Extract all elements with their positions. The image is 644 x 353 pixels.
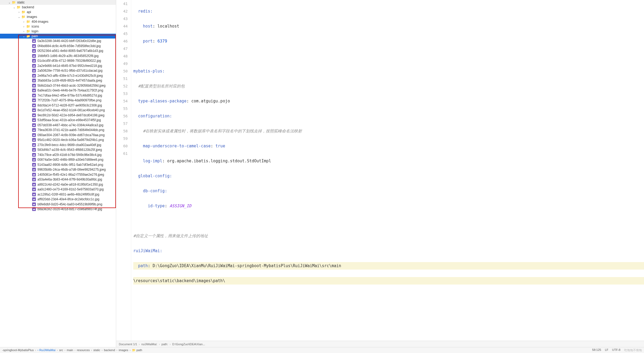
tree-file-label: 8dcfda14-5712-4d28-82f7-ae905b3c2308.jpg	[37, 103, 102, 107]
breadcrumb-item[interactable]: Document 1/1	[119, 343, 137, 346]
breadcrumb-item[interactable]: resources	[77, 348, 90, 352]
image-file-icon	[32, 88, 36, 93]
breadcrumb-item[interactable]: src	[59, 348, 63, 352]
image-file-icon	[32, 133, 36, 137]
breadcrumb-item[interactable]: images	[119, 348, 128, 352]
yaml-key: path	[133, 263, 148, 268]
tree-file[interactable]: 7f72f20b-7cd7-4075-9f4a-4da990970fbe.png	[0, 98, 116, 103]
breadcrumb-item[interactable]: ruiJiWaiMai:	[141, 343, 157, 346]
yaml-key: ruiJiWaiMai:	[133, 248, 162, 253]
folder-icon: 📁	[26, 24, 31, 29]
line-separator[interactable]: LF	[605, 348, 608, 352]
tree-file[interactable]: 8e1d7e52-4eae-45b2-b1d4-081ac49ceb40.png	[0, 108, 116, 113]
tree-folder-path[interactable]: ⌄ 📁 path	[0, 34, 116, 39]
line-number: 57	[116, 120, 128, 127]
tree-file[interactable]: 5143aa82-8908-4d9c-9f51-5ab7df3e62a4.png	[0, 162, 116, 167]
tree-file[interactable]: 1405081e-f545-42e1-86a2-f7559ae2e276.jpe…	[0, 172, 116, 177]
breadcrumb-item[interactable]: main	[67, 348, 73, 352]
image-file-icon	[32, 113, 36, 118]
tree-file[interactable]: 53df5baa-5cac-431b-a0ce-e98e45374f5f.jpg	[0, 118, 116, 123]
tree-folder-404[interactable]: › 📁 404-images	[0, 19, 116, 24]
tree-file[interactable]: 7e17dfaa-84e2-4f5e-979a-537c48d9527d.jpg	[0, 93, 116, 98]
tree-file[interactable]: 95d1c482-0020-4ecb-b36a-5a9879d2f4b1.png	[0, 137, 116, 143]
tree-file[interactable]: a8922c4d-d242-4a0e-a818-8195bf1e1350.jpg	[0, 182, 116, 187]
image-file-icon	[32, 177, 36, 182]
yaml-value: org.apache.ibatis.logging.stdout.StdOutI…	[167, 159, 271, 163]
tree-file[interactable]: b8a3e2e2-3320-401d-bd17-c0e6af98374f.jpg	[0, 207, 116, 212]
tree-folder-static[interactable]: ⌄ 📁 static	[0, 0, 116, 5]
cursor-position[interactable]: 58:125	[592, 348, 601, 352]
tree-file-label: 583df4b7-a159-4cfc-9543-4f666120b25f.jpe…	[37, 148, 102, 152]
line-number: 56	[116, 112, 128, 120]
tree-file-label: 53df5baa-5cac-431b-a0ce-e98e45374f5f.jpg	[37, 118, 101, 122]
tree-file[interactable]: 057dd338-e487-4bbc-a74c-0384c44a9ca3.jpg	[0, 123, 116, 128]
gutter: 4142434445464748495051525354555657585960…	[116, 0, 131, 341]
chevron-right-icon: ›	[159, 343, 160, 346]
tree-folder-icons[interactable]: › 📁 icons	[0, 24, 116, 29]
line-number: 42	[116, 7, 128, 15]
tree-folder-images[interactable]: ⌄ 📁 images	[0, 14, 116, 19]
tree-file[interactable]: 2a2e9d66-b41d-4645-87bd-95f2cfeed218.jpg	[0, 63, 116, 68]
folder-icon: 📁	[26, 34, 31, 39]
line-number: 50	[116, 67, 128, 75]
tree-file[interactable]: 3fabb83a-1c09-4fd9-892b-4ef7457daafa.jpe…	[0, 78, 116, 83]
tree-file[interactable]: a53a4e6a-3b83-4044-87f9-9d49b30a8fdc.jpg	[0, 177, 116, 182]
chevron-down-icon: ⌄	[17, 16, 21, 18]
image-file-icon	[32, 137, 36, 142]
tree-file[interactable]: 740c79ce-af29-41b8-b78d-5f49c96e38c4.jpg	[0, 152, 116, 158]
chevron-right-icon: ›	[57, 348, 58, 352]
breadcrumb-item[interactable]: backend	[104, 348, 115, 352]
project-tree[interactable]: ⌄ 📁 static ⌄ 📁 backend › 📁 api ⌄ 📁 image…	[0, 0, 116, 347]
yaml-key: port	[133, 39, 153, 44]
line-number: 48	[116, 52, 128, 60]
image-file-icon	[32, 182, 36, 187]
tree-file[interactable]: 8dcfda14-5712-4d28-82f7-ae905b3c2308.jpg	[0, 103, 116, 108]
breadcrumb-item[interactable]: path:	[161, 343, 168, 346]
editor-area: 4142434445464748495051525354555657585960…	[116, 0, 644, 347]
tree-file[interactable]: 79ea3639-37d1-421b-aab6-7d064fe044bb.png	[0, 128, 116, 133]
yaml-value: com.atguigu.pojo	[191, 99, 230, 103]
tree-file[interactable]: 00874a5e-0df2-446b-8f69-a30eb7d88ee8.png	[0, 157, 116, 162]
tree-file[interactable]: 01cbcd5f-df3b-4712-9698-79328bf80022.jpg	[0, 58, 116, 63]
tree-file[interactable]: 0f4bd884-dc9c-4cf9-b59e-7d5958fec3dd.jpg	[0, 44, 116, 49]
tree-file[interactable]: b6fe8dbf-0d20-454c-ba83-b45519b99f9b.png	[0, 202, 116, 207]
tree-file[interactable]: 2a50628e-7758-4c51-9fbb-d37c61cdacad.jpg	[0, 68, 116, 73]
nav-breadcrumb[interactable]: -springboot-MybatisPlus›▫ RuiJiWaiMai›sr…	[0, 347, 644, 353]
yaml-value: ASSIGN_ID	[169, 204, 191, 208]
code-content[interactable]: redis: host: localhost port: 6379 mybati…	[131, 0, 644, 341]
tree-file[interactable]: 5b8d2da3-3744-4bb3-acdc-329056b8259d.jpe…	[0, 83, 116, 88]
tree-file-label: 1405081e-f545-42e1-86a2-f7559ae2e276.jpe…	[37, 173, 104, 176]
tree-file-label: a8922c4d-d242-4a0e-a818-8195bf1e1350.jpg	[37, 183, 103, 186]
tree-folder-login[interactable]: › 📁 login	[0, 29, 116, 34]
tree-folder-backend[interactable]: ⌄ 📁 backend	[0, 5, 116, 10]
tree-file[interactable]: 99635b8b-24ca-46db-a7d8-08ee98294275.jpe…	[0, 167, 116, 172]
tree-file-label: 1fdbfbf3-1d86-4b29-a3fc-46345852f2f8.jpg	[37, 54, 99, 58]
breadcrumb-item[interactable]: ▫ RuiJiWaiMai	[37, 348, 56, 352]
breadcrumb-item[interactable]: -springboot-MybatisPlus	[2, 348, 34, 352]
tree-file[interactable]: aa0c2480-ce73-4169-81b2-5e975603a070.jpg	[0, 187, 116, 192]
tree-file[interactable]: 0a3b3288-3446-4420-bbff-f263d0c02d8e.jpg	[0, 39, 116, 44]
tree-file[interactable]: 2e96a7e3-affb-438e-b7c3-e1430df425c9.jpe…	[0, 73, 116, 78]
breadcrumb-item[interactable]: static	[93, 348, 100, 352]
tree-file[interactable]: 6a9ea02c-0eeb-444b-be76-7b4aa3175f2f.png	[0, 88, 116, 93]
code-editor[interactable]: 4142434445464748495051525354555657585960…	[116, 0, 644, 341]
tree-file-label: 2a50628e-7758-4c51-9fbb-d37c61cdacad.jpg	[37, 69, 103, 72]
tree-file-label: 5b8d2da3-3744-4bb3-acdc-329056b8259d.jpe…	[37, 84, 105, 87]
tree-file[interactable]: 9ec6fc2d-50d2-422e-b954-de87dcd04198.jpe…	[0, 113, 116, 118]
tree-label: icons	[32, 25, 39, 28]
tree-file[interactable]: 1fdbfbf3-1d86-4b29-a3fc-46345852f2f8.jpg	[0, 53, 116, 59]
image-file-icon	[32, 143, 36, 147]
tree-file[interactable]: 090ae304-2087-4c6b-939e-dd67cbca78aa.png	[0, 133, 116, 138]
breadcrumb-item[interactable]: 📁 path	[132, 348, 142, 352]
editor-breadcrumb[interactable]: Document 1/1 › ruiJiWaiMai: › path: › D:…	[116, 341, 644, 347]
tree-folder-api[interactable]: › 📁 api	[0, 10, 116, 14]
tree-file[interactable]: 0f252364-a561-4e8d-8065-9a6797a6b1d3.jpg	[0, 48, 116, 53]
tree-file[interactable]: 270c3fe9-becc-4dcc-9689-cba902aa40df.jpg	[0, 143, 116, 148]
line-number: 46	[116, 37, 128, 45]
yaml-key: map-underscore-to-camel-case	[133, 144, 211, 148]
breadcrumb-item[interactable]: D:\GongZuo\IDEA\Xian...	[172, 343, 205, 346]
tree-file[interactable]: ac128fa1-026f-4831-ae6b-46b24f8f0c8f.jpg	[0, 192, 116, 197]
file-encoding[interactable]: UTF-8	[612, 348, 620, 352]
tree-file[interactable]: aff820dd-23d4-40e4-8fce-dc2ebcfdcc1c.jpg	[0, 197, 116, 202]
tree-file[interactable]: 583df4b7-a159-4cfc-9543-4f666120b25f.jpe…	[0, 147, 116, 152]
